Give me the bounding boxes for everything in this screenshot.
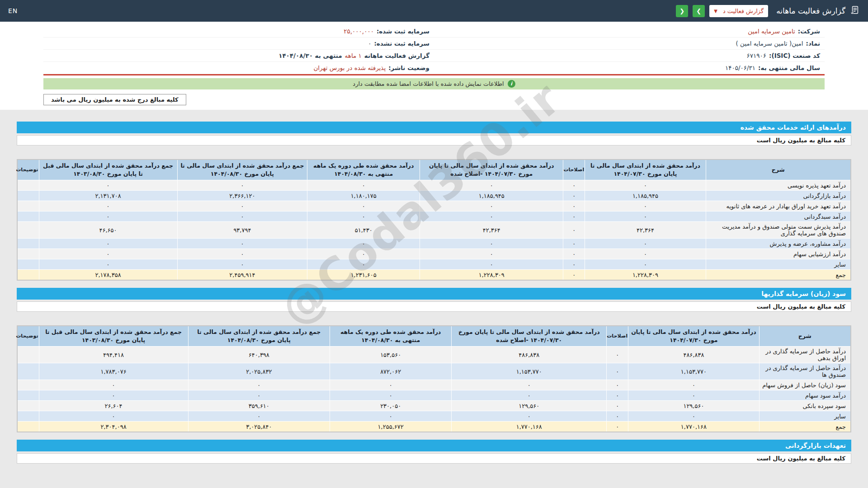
cell-value: ۰ [607,380,628,390]
cell-value: ۰ [307,239,420,249]
cell-value: ۰ [420,239,563,249]
table-row: درآمد حاصل از سرمایه گذاری در اوراق بدهی… [17,347,851,363]
cell-value: ۰ [39,411,188,422]
row-label: درآمد مشاوره، عرضه و پذیرش [706,239,851,249]
cell-value: ۱,۷۸۳,۰۷۶ [39,363,188,380]
column-header: شرح [759,326,851,347]
cell-value: ۰ [188,390,330,401]
section-investment-profit: سود (زیان) سرمایه گذاریها کلیه مبالغ به … [17,288,851,432]
table-row: درآمد تعهد خرید اوراق بهادار در عرضه های… [17,201,851,211]
field-label: گزارش فعالیت ماهانه [364,52,429,59]
cell-value: ۰ [563,211,585,222]
cell-value: ۲۶,۶۰۴ [39,401,188,411]
table-row: درآمد ارزشیابی سهام۰۰۰۰۰۰ [17,249,851,259]
row-label: سود (زیان) حاصل از فروش سهام [759,380,851,390]
cell-value: ۰ [563,249,585,259]
info-row: سال مالی منتهی به: ۱۴۰۵/۰۶/۳۱ وضعیت ناشر… [43,62,825,74]
chevron-left-icon: ❮ [679,8,684,14]
cell-value: ۰ [563,270,585,280]
table-header-row: شرحدرآمد محقق شده از ابتدای سال مالی تا … [17,326,851,347]
section-header-services-income: درآمدهای ارائه خدمات محقق شده [17,122,851,133]
cell-value: ۱,۲۲۸,۳۰۹ [585,270,706,280]
cell-value: ۰ [39,239,177,249]
field-value: ۲۵,۰۰۰,۰۰۰ [344,28,374,35]
row-label: جمع [759,422,851,432]
table-row: درآمد بازارگردانی۱,۱۸۵,۹۴۵۰۱,۱۸۵,۹۴۵۱,۱۸… [17,191,851,201]
row-label: درآمد حاصل از سرمایه گذاری در صندوق ها [759,363,851,380]
cell-value: ۰ [585,211,706,222]
cell-value: ۰ [607,401,628,411]
cell-value: ۱,۷۷۰,۱۶۸ [452,422,607,432]
cell-value: ۰ [585,201,706,211]
topbar-left-group: EN [8,7,18,14]
cell-value: ۰ [420,249,563,259]
table-row: درآمد مشاوره، عرضه و پذیرش۰۰۰۰۰۰ [17,239,851,249]
row-label: درآمد پذیرش سمت متولی صندوق و درآمد مدیر… [706,222,851,239]
row-label: درآمد بازارگردانی [706,191,851,201]
cell-value: ۰ [330,380,452,390]
section-market-making: تعهدات بازارگردانی کلیه مبالغ به میلیون … [17,440,851,464]
fiscal-year-field: سال مالی منتهی به: ۱۴۰۵/۰۶/۳۱ [434,62,825,74]
unit-note-row: کلیه مبالغ به میلیون ریال است [17,301,851,312]
column-header: جمع درآمد محقق شده از ابتدای سال مالی تا… [177,160,307,180]
cell-value: ۱,۱۵۳,۷۷۰ [452,363,607,380]
field-value-ending: منتهی به ۱۴۰۴/۰۸/۳۰ [278,52,342,59]
column-header: جمع درآمد محقق شده از ابتدای سال مالی قب… [39,160,177,180]
report-dropdown-label: گزارش فعالیت د [723,8,764,14]
language-toggle[interactable]: EN [8,7,18,14]
cell-value: ۰ [39,249,177,259]
table-row: درآمد سود سهام۰۰۰۰۰۰ [17,390,851,401]
cell-value: ۰ [177,259,307,270]
cell-value [17,249,39,259]
table-row: سایر۰۰۰۰۰۰ [17,259,851,270]
cell-value: ۰ [307,249,420,259]
cell-value: ۰ [563,239,585,249]
cell-value: ۰ [563,180,585,191]
cell-value: ۰ [607,390,628,401]
column-header: اصلاحات [607,326,628,347]
report-type-dropdown[interactable]: گزارش فعالیت د ▼ [709,5,768,17]
cell-value: ۵۱,۴۳۰ [307,222,420,239]
signature-match-text: اطلاعات نمایش داده شده با اطلاعات امضا ش… [353,80,504,87]
company-info-section: شرکت: تامین سرمایه امین سرمایه ثبت شده: … [0,22,868,75]
field-value: امین( تامین سرمایه امین ) [736,40,803,47]
cell-value: ۴۲,۳۶۴ [585,222,706,239]
cell-value: ۰ [585,249,706,259]
info-row: شرکت: تامین سرمایه امین سرمایه ثبت شده: … [43,25,825,38]
row-label: سود سپرده بانکی [759,401,851,411]
cell-value: ۰ [585,259,706,270]
cell-value: ۰ [420,211,563,222]
cell-value [17,270,39,280]
cell-value: ۱,۱۵۳,۷۷۰ [628,363,760,380]
cell-value: ۰ [307,211,420,222]
nav-back-button[interactable]: ❮ [676,5,688,17]
cell-value: ۰ [420,201,563,211]
cell-value: ۰ [330,411,452,422]
cell-value: ۴۶,۶۵۰ [39,222,177,239]
cell-value: ۱۲۹,۵۶۰ [628,401,760,411]
cell-value [17,222,39,239]
cell-value [17,211,39,222]
cell-value: ۰ [563,201,585,211]
chevron-right-icon: ❯ [696,8,701,14]
nav-forward-button[interactable]: ❯ [693,5,705,17]
cell-value: ۱,۲۲۸,۳۰۹ [420,270,563,280]
topbar-right-group: گزارش فعالیت ماهانه گزارش فعالیت د ▼ ❯ ❮ [676,5,860,17]
field-value-period: ۱ ماهه [345,52,362,59]
services-income-table-container: شرحدرآمد محقق شده از ابتدای سال مالی تا … [17,159,851,281]
row-label: درآمد حاصل از سرمایه گذاری در اوراق بدهی [759,347,851,363]
column-header: جمع درآمد محقق شده از ابتدای سال مالی تا… [188,326,330,347]
cell-value: ۰ [39,380,188,390]
cell-value: ۱,۲۵۵,۶۷۲ [330,422,452,432]
cell-value: ۰ [177,201,307,211]
red-divider [43,74,825,75]
cell-value: ۳۵۹,۶۱۰ [188,401,330,411]
column-header: درآمد محقق شده طی دوره یک ماهه منتهی به … [330,326,452,347]
info-icon: i [508,80,515,88]
cell-value: ۲,۰۲۵,۸۳۲ [188,363,330,380]
company-name-field: شرکت: تامین سرمایه امین [434,25,825,37]
cell-value: ۱,۱۸۰,۱۷۵ [307,191,420,201]
cell-value: ۰ [607,411,628,422]
unit-note-row: کلیه مبالغ به میلیون ریال است [17,135,851,145]
cell-value [17,390,39,401]
